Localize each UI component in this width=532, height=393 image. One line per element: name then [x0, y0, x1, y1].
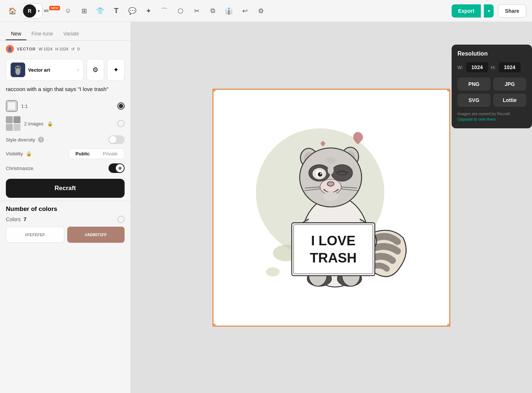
home-button[interactable]: 🏠: [6, 4, 19, 18]
ratio-radio[interactable]: [117, 102, 125, 110]
visibility-public[interactable]: Public: [69, 149, 96, 159]
logo-chevron-icon: ▾: [38, 8, 40, 14]
chat-tool-button[interactable]: 💬: [126, 4, 139, 18]
export-chevron-button[interactable]: ▾: [484, 4, 494, 18]
grid-tool-button[interactable]: ⊞: [77, 4, 91, 18]
magic-tool-button[interactable]: ✦: [142, 4, 155, 18]
home-icon: 🏠: [8, 7, 16, 15]
resolution-title: Resolution: [457, 50, 526, 57]
settings-tool-button[interactable]: ⚙: [254, 4, 267, 18]
shirt2-tool-button[interactable]: 👔: [222, 4, 235, 18]
visibility-lock-icon: 🔒: [26, 151, 32, 156]
text-icon: T: [114, 7, 118, 15]
main-area: New Fine-tune Variate 👤 VECTOR W 1024 H …: [0, 22, 532, 393]
svg-point-3: [18, 67, 20, 68]
style-diversity-toggle[interactable]: [109, 135, 125, 144]
model-row: 👤 VECTOR W 1024 H 1024 ↺ 0: [0, 41, 130, 56]
recraft-button[interactable]: Recraft: [6, 179, 125, 198]
upgrade-link[interactable]: Upgrade to own them: [457, 117, 496, 121]
tabs: New Fine-tune Variate: [0, 22, 130, 41]
width-input[interactable]: [466, 62, 488, 72]
height-input[interactable]: [499, 62, 521, 72]
color-swatches: #FEFEFEF #AD8071FF: [6, 227, 125, 243]
color-swatch-0[interactable]: #FEFEFEF: [6, 227, 64, 243]
settings-icon: ⚙: [258, 7, 264, 15]
svg-point-27: [318, 172, 322, 176]
images-radio[interactable]: [117, 120, 125, 127]
colors-radio[interactable]: [117, 216, 125, 223]
style-diversity-row: Style diversity ?: [6, 135, 125, 144]
color-swatch-1[interactable]: #AD8071FF: [67, 227, 125, 243]
handle-bottom-left[interactable]: [213, 324, 215, 326]
handle-top-left[interactable]: [213, 89, 215, 91]
refresh-icon: ↺: [71, 47, 75, 52]
handle-bottom-right[interactable]: [448, 324, 450, 326]
refresh-count: 0: [77, 47, 80, 52]
handle-top-right[interactable]: [448, 89, 450, 91]
format-lottie-button[interactable]: Lottie: [493, 94, 526, 107]
images-label: 2 images: [24, 121, 43, 126]
face-tool-button[interactable]: ☺: [61, 4, 75, 18]
format-png-button[interactable]: PNG: [457, 78, 490, 91]
canvas-frame: I LOVE TRASH: [213, 89, 450, 326]
style-card[interactable]: Vector art ›: [6, 59, 84, 81]
share-button[interactable]: Share: [498, 4, 526, 18]
text-tool-button[interactable]: T: [110, 4, 123, 18]
svg-point-31: [323, 192, 338, 201]
bezier-tool-button[interactable]: ⌒: [158, 4, 171, 18]
style-magic-button[interactable]: ✦: [107, 59, 125, 81]
svg-point-28: [320, 173, 322, 174]
pen-icon: ✏: [44, 7, 49, 15]
shirt2-icon: 👔: [225, 7, 233, 15]
layers-tool-button[interactable]: ⧉: [206, 4, 219, 18]
tab-finetune[interactable]: Fine-tune: [26, 28, 58, 40]
format-jpg-button[interactable]: JPG: [493, 78, 526, 91]
model-dims: W 1024 H 1024 ↺ 0: [39, 47, 80, 52]
svg-text:TRASH: TRASH: [310, 250, 357, 265]
christmasize-row: Christmasize ❄: [6, 163, 125, 173]
style-avatar: [11, 63, 25, 77]
svg-text:I LOVE: I LOVE: [311, 233, 356, 248]
svg-point-32: [325, 157, 336, 163]
eraser-tool-button[interactable]: ⬡: [174, 4, 187, 18]
logo-button[interactable]: R ▾: [22, 3, 42, 19]
undo-tool-button[interactable]: ↩: [238, 4, 251, 18]
model-label: VECTOR: [17, 47, 36, 51]
ratio-box: [6, 100, 18, 112]
visibility-private[interactable]: Private: [96, 149, 124, 159]
width-label: W: [39, 47, 42, 51]
shirt-tool-button[interactable]: 👕: [94, 4, 107, 18]
colors-section-title: Number of colors: [6, 205, 125, 213]
tab-variate[interactable]: Variate: [58, 28, 84, 40]
snowflake-icon: ❄: [118, 166, 122, 171]
export-button[interactable]: Export: [452, 4, 481, 18]
settings-section: 1:1 2 images 🔒 Style diversity ?: [0, 97, 130, 176]
left-panel: New Fine-tune Variate 👤 VECTOR W 1024 H …: [0, 22, 131, 393]
canvas-area[interactable]: I LOVE TRASH: [131, 22, 532, 393]
format-svg-button[interactable]: SVG: [457, 94, 490, 107]
grid-icon: ⊞: [81, 7, 87, 15]
visibility-toggle: Public Private: [69, 148, 125, 159]
resolution-panel: Resolution W: H: PNG JPG SVG Lottie Imag…: [452, 45, 532, 128]
canvas-image[interactable]: I LOVE TRASH: [213, 89, 450, 326]
svg-point-7: [266, 267, 280, 276]
toggle-knob: [109, 136, 117, 143]
colors-section: Number of colors Colors 7 #FEFEFEF #AD80…: [0, 201, 130, 247]
svg-point-2: [16, 67, 18, 68]
style-settings-button[interactable]: ⚙: [87, 59, 104, 81]
style-diversity-label: Style diversity: [6, 137, 35, 143]
format-grid: PNG JPG SVG Lottie: [457, 78, 526, 107]
toolbar: 🏠 R ▾ ✏ NEW ☺ ⊞ 👕 T 💬 ✦ ⌒ ⬡ ✂ ⧉ 👔: [0, 0, 532, 22]
colors-count: 7: [23, 216, 26, 222]
width-value: 1024: [43, 47, 52, 51]
pen-tool-button[interactable]: ✏ NEW: [45, 4, 58, 18]
christmasize-toggle[interactable]: ❄: [109, 163, 125, 173]
tab-new[interactable]: New: [6, 28, 26, 40]
style-card-row: Vector art › ⚙ ✦: [0, 56, 130, 84]
face-icon: ☺: [65, 7, 71, 15]
style-diversity-info-icon[interactable]: ?: [38, 137, 44, 143]
scissors-tool-button[interactable]: ✂: [190, 4, 203, 18]
resolution-notice: Images are owned by Recraft. Upgrade to …: [457, 111, 526, 122]
prompt-text: raccoon with a sign that says "I love tr…: [0, 84, 130, 97]
image-thumbnails: [6, 116, 20, 131]
